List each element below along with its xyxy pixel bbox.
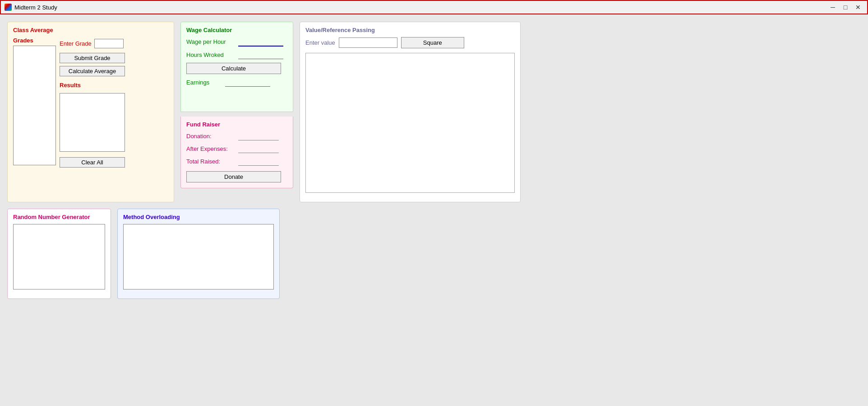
random-number-title: Random Number Generator — [13, 214, 105, 220]
class-average-panel: Class Average Grades Enter Grade Submit … — [7, 22, 174, 202]
donation-label: Donation: — [186, 133, 238, 140]
hours-worked-input[interactable] — [238, 50, 283, 59]
main-content: Class Average Grades Enter Grade Submit … — [0, 14, 868, 406]
after-expenses-input[interactable] — [238, 144, 279, 153]
value-reference-panel: Value/Reference Passing Enter value Squa… — [300, 22, 521, 202]
method-display[interactable] — [123, 224, 274, 289]
calculate-average-button[interactable]: Calculate Average — [60, 66, 125, 76]
submit-grade-button[interactable]: Submit Grade — [60, 53, 125, 63]
enter-grade-row: Enter Grade — [60, 39, 125, 48]
minimize-button[interactable]: ─ — [827, 3, 838, 12]
earnings-input[interactable] — [225, 78, 270, 87]
top-row: Class Average Grades Enter Grade Submit … — [7, 22, 861, 202]
calculate-button[interactable]: Calculate — [186, 63, 281, 74]
class-average-title: Class Average — [13, 27, 168, 33]
maximize-button[interactable]: □ — [840, 3, 851, 12]
app-icon — [5, 4, 12, 11]
hours-worked-row: Hours Wroked — [186, 50, 287, 59]
total-raised-label: Total Raised: — [186, 158, 238, 165]
donate-button[interactable]: Donate — [186, 171, 281, 182]
results-textbox[interactable] — [60, 93, 125, 152]
titlebar: Midterm 2 Study ─ □ ✕ — [0, 0, 868, 14]
enter-grade-label: Enter Grade — [60, 40, 92, 47]
after-expenses-label: After Expenses: — [186, 145, 238, 152]
value-reference-title: Value/Reference Passing — [305, 27, 515, 33]
grades-label: Grades — [13, 37, 56, 44]
wage-calculator-title: Wage Calculator — [186, 27, 287, 33]
enter-value-input[interactable] — [339, 37, 397, 48]
enter-grade-input[interactable] — [94, 39, 124, 48]
donation-input[interactable] — [238, 131, 279, 140]
random-number-panel: Random Number Generator — [7, 209, 111, 299]
titlebar-controls: ─ □ ✕ — [827, 3, 863, 12]
wage-calculator-panel: Wage Calculator Wage per Hour Hours Wrok… — [180, 22, 293, 112]
wage-per-hour-row: Wage per Hour — [186, 37, 287, 47]
method-overloading-panel: Method Overloading — [117, 209, 280, 299]
after-expenses-row: After Expenses: — [186, 144, 287, 153]
wage-per-hour-label: Wage per Hour — [186, 38, 238, 45]
enter-value-label: Enter value — [305, 39, 335, 46]
wage-fundraiser-column: Wage Calculator Wage per Hour Hours Wrok… — [180, 22, 293, 188]
titlebar-left: Midterm 2 Study — [5, 4, 57, 11]
wage-per-hour-input[interactable] — [238, 37, 283, 47]
hours-worked-label: Hours Wroked — [186, 51, 238, 58]
close-button[interactable]: ✕ — [853, 3, 863, 12]
method-overloading-title: Method Overloading — [123, 214, 274, 220]
results-label: Results — [60, 82, 125, 89]
grades-section: Grades Enter Grade Submit Grade Calculat… — [13, 37, 168, 168]
total-raised-input[interactable] — [238, 157, 279, 166]
random-display[interactable] — [13, 224, 105, 289]
value-ref-output[interactable] — [305, 53, 515, 193]
grades-listbox[interactable] — [13, 46, 56, 165]
fundraiser-panel: Fund Raiser Donation: After Expenses: To… — [180, 117, 293, 188]
fundraiser-title: Fund Raiser — [186, 121, 287, 128]
earnings-row: Earnings — [186, 78, 287, 87]
square-button[interactable]: Square — [401, 37, 464, 48]
grades-controls: Enter Grade Submit Grade Calculate Avera… — [60, 37, 125, 168]
bottom-row: Random Number Generator Method Overloadi… — [7, 209, 861, 299]
donation-row: Donation: — [186, 131, 287, 140]
earnings-label: Earnings — [186, 79, 222, 86]
total-raised-row: Total Raised: — [186, 157, 287, 166]
clear-all-button[interactable]: Clear All — [60, 157, 125, 168]
grades-column: Grades — [13, 37, 56, 168]
titlebar-title: Midterm 2 Study — [14, 4, 57, 11]
value-ref-input-row: Enter value Square — [305, 37, 515, 48]
